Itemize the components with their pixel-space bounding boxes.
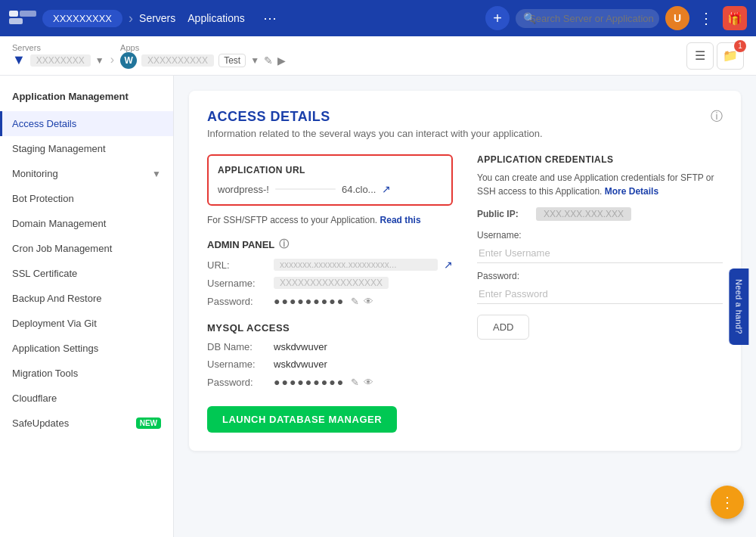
- admin-url-value: xxxxxxx.xxxxxxx.xxxxxxxxx...: [274, 259, 438, 271]
- help-icon[interactable]: ⓘ: [711, 109, 723, 125]
- svg-rect-0: [9, 11, 18, 17]
- sidebar-item-safeupdates[interactable]: SafeUpdates NEW: [0, 411, 173, 436]
- more-options-icon[interactable]: ⋮: [696, 9, 717, 27]
- nav-applications[interactable]: Applications: [187, 12, 245, 24]
- sidebar-item-domain[interactable]: Domain Management: [0, 211, 173, 236]
- sidebar-item-cron[interactable]: Cron Job Management: [0, 236, 173, 261]
- help-button[interactable]: Need a hand?: [730, 268, 749, 345]
- admin-url-external-icon[interactable]: ↗: [444, 259, 453, 271]
- sidebar-item-staging[interactable]: Staging Management: [0, 136, 173, 161]
- logo[interactable]: [9, 8, 36, 29]
- server-name: XXXXXXXX: [30, 54, 91, 67]
- grid-icon[interactable]: ⋯: [263, 10, 277, 26]
- avatar[interactable]: U: [665, 6, 689, 30]
- edit-icon[interactable]: ✎: [264, 54, 273, 67]
- external-link-icon[interactable]: ▶: [277, 54, 286, 67]
- admin-panel: ADMIN PANEL ⓘ URL: xxxxxxx.xxxxxxx.xxxxx…: [207, 237, 453, 307]
- url-middle: [275, 188, 336, 190]
- show-mysql-password-icon[interactable]: 👁: [364, 377, 373, 388]
- chevron-down-icon: ▼: [152, 169, 161, 179]
- launch-db-manager-button[interactable]: LAUNCH DATABASE MANAGER: [207, 406, 397, 433]
- public-ip-row: Public IP: XXX.XXX.XXX.XXX: [477, 207, 723, 221]
- app-tag: Test: [218, 54, 246, 67]
- app-credentials-section: APPLICATION CREDENTIALS You can create a…: [477, 154, 723, 340]
- edit-password-icon[interactable]: ✎: [351, 296, 359, 307]
- show-password-icon[interactable]: 👁: [364, 296, 373, 307]
- sidebar-item-monitoring[interactable]: Monitoring ▼: [0, 161, 173, 186]
- servers-breadcrumb: Servers ▼ XXXXXXXX ▼: [12, 43, 104, 68]
- creds-title: APPLICATION CREDENTIALS: [477, 154, 723, 165]
- search-input[interactable]: [516, 9, 659, 28]
- sidebar-title: Application Management: [0, 85, 173, 111]
- read-this-link[interactable]: Read this: [380, 215, 421, 225]
- admin-username-label: Username:: [207, 278, 268, 289]
- creds-username-input[interactable]: [477, 244, 723, 263]
- sidebar-item-app-settings[interactable]: Application Settings: [0, 336, 173, 361]
- add-button[interactable]: +: [485, 6, 510, 30]
- apps-label: Apps: [120, 43, 286, 52]
- creds-username-field: Username:: [477, 230, 723, 263]
- public-ip-label: Public IP:: [477, 209, 530, 219]
- mysql-label: MYSQL ACCESS: [207, 322, 453, 334]
- card-subtitle: Information related to the several ways …: [207, 128, 723, 139]
- admin-panel-label: ADMIN PANEL ⓘ: [207, 237, 453, 251]
- edit-mysql-password-icon[interactable]: ✎: [351, 377, 359, 388]
- mysql-password-row: Password: ●●●●●●●●● ✎ 👁: [207, 376, 453, 388]
- topnav: XXXXXXXXX › Servers Applications ⋯ + 🔍 U…: [0, 0, 756, 36]
- nav-links: Servers Applications ⋯: [139, 10, 277, 26]
- new-badge: NEW: [136, 417, 161, 429]
- creds-password-input[interactable]: [477, 284, 723, 304]
- mysql-dbname-value: wskdvwuver: [274, 341, 453, 352]
- more-details-link[interactable]: More Details: [605, 186, 658, 197]
- files-button[interactable]: 📁 1: [717, 42, 744, 70]
- app-dropdown-icon[interactable]: ▼: [250, 55, 259, 66]
- url-external-icon[interactable]: ↗: [382, 183, 391, 195]
- two-col-layout: APPLICATION URL wordpress-! 64.clo... ↗ …: [207, 154, 723, 433]
- brand-pill[interactable]: XXXXXXXXX: [42, 10, 122, 27]
- sidebar-item-backup[interactable]: Backup And Restore: [0, 286, 173, 311]
- nav-arrow: ›: [129, 11, 133, 26]
- sidebar-item-bot-protection[interactable]: Bot Protection: [0, 186, 173, 211]
- sidebar-item-migration[interactable]: Migration Tools: [0, 361, 173, 386]
- topnav-right: + 🔍 U ⋮ 🎁: [485, 6, 747, 30]
- mysql-dbname-row: DB Name: wskdvwuver: [207, 341, 453, 352]
- fab-icon: ⋮: [720, 493, 735, 511]
- sidebar-item-ssl[interactable]: SSL Certificate: [0, 261, 173, 286]
- admin-username-row: Username: XXXXXXXXXXXXXXXXX: [207, 277, 453, 289]
- mysql-username-label: Username:: [207, 359, 268, 370]
- admin-url-label: URL:: [207, 259, 268, 271]
- list-icon: ☰: [695, 48, 705, 63]
- mysql-section: MYSQL ACCESS DB Name: wskdvwuver Usernam…: [207, 322, 453, 388]
- sidebar-item-cloudflare[interactable]: Cloudflare: [0, 386, 173, 411]
- brand-name: XXXXXXXXX: [53, 13, 112, 24]
- svg-rect-1: [9, 18, 23, 24]
- mysql-username-row: Username: wskdvwuver: [207, 359, 453, 370]
- nav-servers[interactable]: Servers: [139, 12, 175, 24]
- add-credentials-button[interactable]: ADD: [477, 315, 529, 340]
- url-value: wordpress-! 64.clo... ↗: [218, 183, 442, 195]
- fab-button[interactable]: ⋮: [711, 486, 744, 519]
- admin-url-row: URL: xxxxxxx.xxxxxxx.xxxxxxxxx... ↗: [207, 259, 453, 271]
- mysql-password-label: Password:: [207, 377, 268, 388]
- admin-password-dots: ●●●●●●●●●: [274, 295, 345, 307]
- wordpress-icon: W: [120, 52, 137, 69]
- admin-password-label: Password:: [207, 296, 268, 307]
- sidebar-item-deployment[interactable]: Deployment Via Git: [0, 311, 173, 336]
- mysql-username-value: wskdvwuver: [274, 359, 453, 370]
- url-prefix: wordpress-!: [218, 184, 269, 195]
- app-name: XXXXXXXXXX: [141, 54, 214, 67]
- right-column: APPLICATION CREDENTIALS You can create a…: [477, 154, 723, 433]
- list-view-button[interactable]: ☰: [686, 42, 714, 70]
- breadcrumb-arrow: ›: [110, 53, 114, 67]
- gift-icon[interactable]: 🎁: [723, 6, 747, 30]
- creds-password-field: Password:: [477, 271, 723, 304]
- svg-rect-2: [20, 11, 36, 17]
- mysql-password-icons: ✎ 👁: [351, 377, 373, 388]
- app-url-box: APPLICATION URL wordpress-! 64.clo... ↗: [207, 154, 453, 206]
- server-dropdown-icon[interactable]: ▼: [95, 55, 104, 66]
- sidebar-item-access-details[interactable]: Access Details: [0, 111, 173, 136]
- vultr-icon: ▼: [12, 52, 26, 68]
- admin-password-row: Password: ●●●●●●●●● ✎ 👁: [207, 295, 453, 307]
- info-icon: ⓘ: [279, 237, 289, 251]
- creds-username-label: Username:: [477, 230, 723, 241]
